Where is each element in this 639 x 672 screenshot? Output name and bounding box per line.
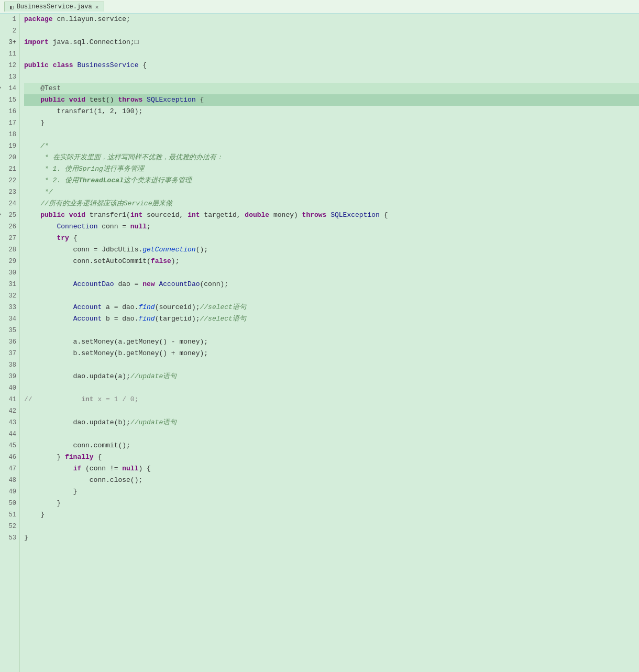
code-line-25: public void transfer1(int sourceid, int … (24, 210, 639, 221)
code-line-14: @Test (24, 83, 639, 94)
editor-window: ◧ BusinessService.java ✕ 1 2 3+ 11 12 13… (0, 0, 639, 672)
code-line-17: } (24, 117, 639, 129)
line-num-22: 22 (2, 175, 16, 186)
code-line-35 (24, 325, 639, 336)
line-num-20: 20 (2, 152, 16, 163)
code-line-34: Account b = dao.find(targetid);//select语… (24, 313, 639, 325)
line-num-25: 25 (2, 210, 16, 221)
line-num-27: 27 (2, 233, 16, 244)
line-num-15: 15 (2, 94, 16, 106)
line-num-17: 17 (2, 117, 16, 129)
code-line-26: Connection conn = null; (24, 221, 639, 233)
line-num-14: 14 (2, 83, 16, 94)
code-line-45: conn.commit(); (24, 440, 639, 451)
code-line-21: * 1. 使用Spring进行事务管理 (24, 163, 639, 175)
code-line-37: b.setMoney(b.getMoney() + money); (24, 348, 639, 359)
file-tab[interactable]: ◧ BusinessService.java ✕ (4, 2, 104, 12)
code-line-47: if (conn != null) { (24, 463, 639, 475)
code-line-51: } (24, 509, 639, 521)
line-num-49: 49 (2, 486, 16, 498)
code-line-52 (24, 521, 639, 532)
line-num-35: 35 (2, 325, 16, 336)
line-num-31: 31 (2, 279, 16, 290)
code-line-31: AccountDao dao = new AccountDao(conn); (24, 279, 639, 290)
title-bar: ◧ BusinessService.java ✕ (0, 0, 639, 14)
line-num-51: 51 (2, 509, 16, 521)
line-num-26: 26 (2, 221, 16, 233)
code-line-44 (24, 428, 639, 440)
code-line-20: * 在实际开发里面，这样写同样不优雅，最优雅的办法有： (24, 152, 639, 163)
code-line-42 (24, 405, 639, 417)
file-icon: ◧ (10, 4, 14, 10)
line-num-12: 12 (2, 60, 16, 71)
line-num-39: 39 (2, 371, 16, 382)
code-line-30 (24, 267, 639, 279)
code-line-33: Account a = dao.find(sourceid);//select语… (24, 302, 639, 313)
line-num-41: 41 (2, 394, 16, 405)
code-line-40 (24, 382, 639, 394)
line-num-50: 50 (2, 498, 16, 509)
line-num-46: 46 (2, 451, 16, 463)
line-num-36: 36 (2, 336, 16, 348)
line-num-2: 2 (2, 25, 16, 37)
code-line-38 (24, 359, 639, 371)
code-line-39: dao.update(a);//update语句 (24, 371, 639, 382)
line-num-48: 48 (2, 475, 16, 486)
line-num-42: 42 (2, 405, 16, 417)
code-line-41: // int x = 1 / 0; (24, 394, 639, 405)
line-num-1: 1 (2, 14, 16, 25)
code-line-11 (24, 48, 639, 60)
line-num-40: 40 (2, 382, 16, 394)
line-num-45: 45 (2, 440, 16, 451)
line-num-44: 44 (2, 428, 16, 440)
code-line-32 (24, 290, 639, 302)
line-num-43: 43 (2, 417, 16, 428)
line-num-33: 33 (2, 302, 16, 313)
code-line-12: public class BusinessService { (24, 60, 639, 71)
code-line-48: conn.close(); (24, 475, 639, 486)
tab-label: BusinessService.java (17, 3, 92, 10)
code-line-28: conn = JdbcUtils.getConnection(); (24, 244, 639, 256)
line-num-30: 30 (2, 267, 16, 279)
line-num-19: 19 (2, 140, 16, 152)
line-num-13: 13 (2, 71, 16, 83)
line-num-18: 18 (2, 129, 16, 140)
line-num-29: 29 (2, 256, 16, 267)
code-content: package cn.liayun.service; import java.s… (20, 14, 639, 672)
line-num-28: 28 (2, 244, 16, 256)
close-icon[interactable]: ✕ (95, 4, 99, 10)
line-num-21: 21 (2, 163, 16, 175)
code-line-19: /* (24, 140, 639, 152)
line-num-3: 3+ (2, 37, 16, 48)
code-area: 1 2 3+ 11 12 13 14 15 16 17 18 19 20 21 … (0, 14, 639, 672)
code-line-24: //所有的业务逻辑都应该由Service层来做 (24, 198, 639, 210)
line-num-52: 52 (2, 521, 16, 532)
code-line-1: package cn.liayun.service; (24, 14, 639, 25)
line-num-11: 11 (2, 48, 16, 60)
line-num-24: 24 (2, 198, 16, 210)
code-line-50: } (24, 498, 639, 509)
line-num-47: 47 (2, 463, 16, 475)
line-num-38: 38 (2, 359, 16, 371)
code-line-49: } (24, 486, 639, 498)
code-line-29: conn.setAutoCommit(false); (24, 256, 639, 267)
code-line-27: try { (24, 233, 639, 244)
code-line-3: import java.sql.Connection;□ (24, 37, 639, 48)
code-line-15: public void test() throws SQLException { (24, 94, 639, 106)
line-numbers: 1 2 3+ 11 12 13 14 15 16 17 18 19 20 21 … (0, 14, 20, 672)
code-line-53: } (24, 532, 639, 544)
code-line-22: * 2. 使用ThreadLocal这个类来进行事务管理 (24, 175, 639, 186)
line-num-37: 37 (2, 348, 16, 359)
code-line-23: */ (24, 186, 639, 198)
line-num-16: 16 (2, 106, 16, 117)
line-num-23: 23 (2, 186, 16, 198)
code-line-46: } finally { (24, 451, 639, 463)
code-line-43: dao.update(b);//update语句 (24, 417, 639, 428)
code-line-2 (24, 25, 639, 37)
code-line-36: a.setMoney(a.getMoney() - money); (24, 336, 639, 348)
line-num-53: 53 (2, 532, 16, 544)
code-line-13 (24, 71, 639, 83)
code-line-16: transfer1(1, 2, 100); (24, 106, 639, 117)
code-line-18 (24, 129, 639, 140)
line-num-32: 32 (2, 290, 16, 302)
